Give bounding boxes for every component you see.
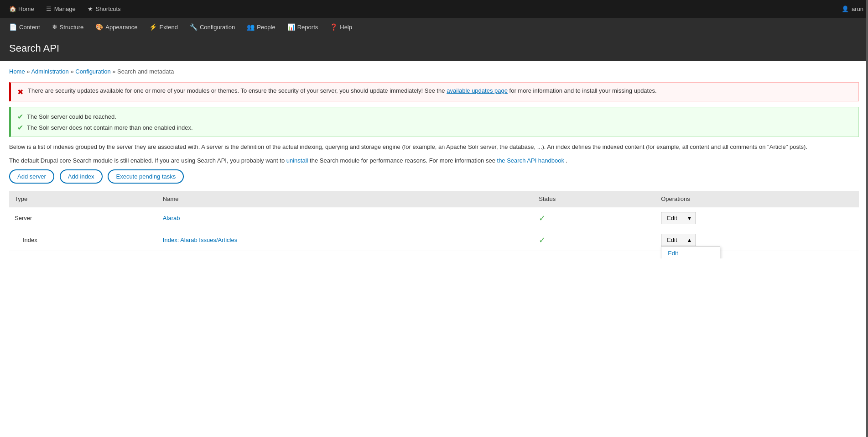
row-name-server: Alarab <box>157 207 533 229</box>
success-text-1: The Solr server could be reached. <box>27 113 116 120</box>
index-table: Type Name Status Operations Server Alara… <box>9 191 859 251</box>
breadcrumb: Home » Administration » Configuration » … <box>9 68 859 75</box>
menu-icon: ☰ <box>45 5 52 13</box>
check-icon-1: ✔ <box>17 112 23 121</box>
table-row: Index Index: Alarab Issues/Articles ✓ Ed… <box>9 229 859 251</box>
right-sidebar-bar <box>866 0 868 258</box>
extend-icon: ⚡ <box>149 23 157 31</box>
nav-appearance-label: Appearance <box>105 24 137 31</box>
people-icon: 👥 <box>247 23 255 31</box>
server-ops-caret[interactable]: ▼ <box>683 212 696 224</box>
structure-icon: ❄ <box>52 23 57 31</box>
nav-configuration[interactable]: 🔧 Configuration <box>184 18 240 36</box>
row-type-server: Server <box>9 207 157 229</box>
user-info: 👤 arun <box>842 5 863 12</box>
row-ops-index: Edit ▲ Edit Fields Autocomplete Processo… <box>655 229 859 251</box>
shortcuts-link[interactable]: ★ Shortcuts <box>82 0 125 18</box>
uninstall-link[interactable]: uninstall <box>286 157 308 164</box>
home-link[interactable]: 🏠 Home <box>5 0 39 18</box>
nav-configuration-label: Configuration <box>200 24 235 31</box>
status-check-index: ✓ <box>539 236 546 245</box>
breadcrumb-home[interactable]: Home <box>9 68 25 75</box>
manage-label: Manage <box>54 5 76 12</box>
reports-icon: 📊 <box>287 23 295 31</box>
admin-bar-right: 👤 arun <box>842 5 863 12</box>
breadcrumb-config[interactable]: Configuration <box>75 68 110 75</box>
success-icon-area: ✔ The Solr server could be reached. ✔ Th… <box>17 112 193 132</box>
success-text-2: The Solr server does not contain more th… <box>27 124 193 131</box>
nav-bar: 📄 Content ❄ Structure 🎨 Appearance ⚡ Ext… <box>0 18 868 36</box>
server-edit-button[interactable]: Edit <box>661 212 682 224</box>
help-icon: ❓ <box>330 23 338 31</box>
row-type-index: Index <box>9 229 157 251</box>
error-text: There are security updates available for… <box>28 87 657 94</box>
description-para1: Below is a list of indexes grouped by th… <box>9 142 859 152</box>
add-index-button[interactable]: Add index <box>60 169 103 184</box>
execute-tasks-button[interactable]: Execute pending tasks <box>108 169 184 184</box>
description-para2: The default Drupal core Search module is… <box>9 156 859 165</box>
configuration-icon: 🔧 <box>190 23 198 31</box>
error-icon: ✖ <box>17 88 23 96</box>
row-status-server: ✓ <box>533 207 655 229</box>
check-icon-2: ✔ <box>17 123 23 132</box>
shortcuts-label: Shortcuts <box>96 5 121 12</box>
nav-content[interactable]: 📄 Content <box>4 18 46 36</box>
col-name: Name <box>157 191 533 207</box>
server-ops-container: Edit ▼ <box>661 212 696 224</box>
index-ops-caret[interactable]: ▲ <box>683 234 696 246</box>
col-type: Type <box>9 191 157 207</box>
breadcrumb-current: Search and metadata <box>117 68 174 75</box>
success-alert: ✔ The Solr server could be reached. ✔ Th… <box>9 107 859 137</box>
index-edit-button[interactable]: Edit <box>661 234 682 246</box>
index-ops-dropdown: Edit Fields Autocomplete Processors Disa… <box>661 246 720 258</box>
nav-appearance[interactable]: 🎨 Appearance <box>90 18 143 36</box>
updates-link[interactable]: available updates page <box>447 87 508 94</box>
index-name-link[interactable]: Index: Alarab Issues/Articles <box>163 237 237 243</box>
table-row: Server Alarab ✓ Edit ▼ <box>9 207 859 229</box>
nav-content-label: Content <box>19 24 40 31</box>
page-header: Search API <box>0 36 868 61</box>
handbook-link[interactable]: the Search API handbook <box>497 157 564 164</box>
nav-extend[interactable]: ⚡ Extend <box>144 18 183 36</box>
col-operations: Operations <box>655 191 859 207</box>
row-status-index: ✓ <box>533 229 655 251</box>
nav-reports-label: Reports <box>297 24 318 31</box>
nav-extend-label: Extend <box>159 24 177 31</box>
row-ops-server: Edit ▼ <box>655 207 859 229</box>
table-header-row: Type Name Status Operations <box>9 191 859 207</box>
home-icon: 🏠 <box>9 5 16 13</box>
manage-link[interactable]: ☰ Manage <box>41 0 80 18</box>
appearance-icon: 🎨 <box>95 23 103 31</box>
user-icon: 👤 <box>842 5 849 12</box>
error-alert: ✖ There are security updates available f… <box>9 82 859 101</box>
action-buttons: Add server Add index Execute pending tas… <box>9 169 859 191</box>
col-status: Status <box>533 191 655 207</box>
star-icon: ★ <box>87 5 94 13</box>
nav-help[interactable]: ❓ Help <box>324 18 358 36</box>
status-check-server: ✓ <box>539 214 546 223</box>
server-name-link[interactable]: Alarab <box>163 215 180 221</box>
nav-structure-label: Structure <box>60 24 84 31</box>
page-title: Search API <box>9 42 859 54</box>
breadcrumb-admin[interactable]: Administration <box>31 68 68 75</box>
content-area: Home » Administration » Configuration » … <box>0 61 868 258</box>
nav-reports[interactable]: 📊 Reports <box>282 18 324 36</box>
index-ops-container: Edit ▲ Edit Fields Autocomplete Processo… <box>661 234 696 246</box>
nav-help-label: Help <box>340 24 352 31</box>
content-icon: 📄 <box>9 23 17 31</box>
admin-bar: 🏠 Home ☰ Manage ★ Shortcuts 👤 arun <box>0 0 868 18</box>
nav-people-label: People <box>257 24 275 31</box>
row-name-index: Index: Alarab Issues/Articles <box>157 229 533 251</box>
nav-structure[interactable]: ❄ Structure <box>47 18 89 36</box>
dropdown-edit[interactable]: Edit <box>661 247 720 258</box>
home-label: Home <box>18 5 34 12</box>
nav-people[interactable]: 👥 People <box>241 18 281 36</box>
add-server-button[interactable]: Add server <box>9 169 54 184</box>
user-label: arun <box>852 5 863 12</box>
